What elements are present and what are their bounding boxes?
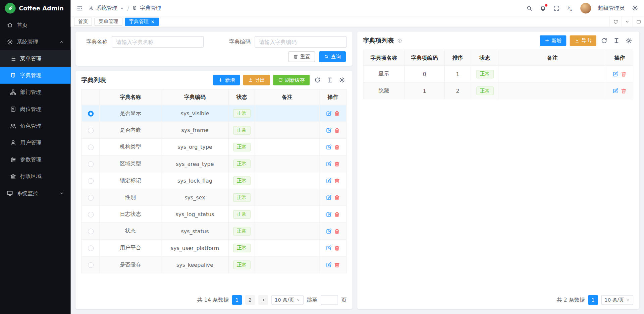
dict-name-cell: 日志状态 [100, 206, 161, 223]
row-radio[interactable] [88, 229, 93, 234]
notification-bell-icon[interactable] [540, 5, 546, 12]
sidebar-item-post[interactable]: 岗位管理 [0, 101, 71, 117]
row-radio[interactable] [88, 178, 93, 184]
reset-button[interactable]: 重置 [288, 51, 315, 62]
dict-item-row[interactable]: 显示01正常 [363, 65, 633, 82]
edit-icon[interactable] [325, 244, 333, 252]
page-1-button[interactable]: 1 [588, 295, 598, 305]
tab-menu-manage[interactable]: 菜单管理 [95, 17, 122, 25]
sidebar-item-region[interactable]: 行政区域 [0, 168, 71, 185]
breadcrumb-level1[interactable]: 系统管理 [96, 4, 118, 12]
delete-icon[interactable] [333, 160, 341, 168]
dict-code-input[interactable] [255, 36, 346, 48]
sidebar-item-user[interactable]: 用户管理 [0, 134, 71, 151]
delete-icon[interactable] [333, 227, 341, 235]
edit-icon[interactable] [611, 86, 620, 95]
delete-icon[interactable] [620, 86, 628, 95]
query-button[interactable]: 查询 [319, 51, 346, 62]
export-items-button[interactable]: 导出 [570, 35, 596, 46]
tab-dict-manage[interactable]: 字典管理 [125, 17, 159, 25]
refresh-tab-icon[interactable] [609, 16, 621, 27]
sidebar-item-system[interactable]: 系统管理 [0, 33, 71, 50]
delete-icon[interactable] [333, 143, 341, 151]
row-density-icon[interactable] [325, 75, 334, 84]
collapse-sidebar-button[interactable] [76, 5, 83, 12]
page-size-select[interactable]: 10 条/页 [601, 295, 633, 305]
edit-icon[interactable] [325, 210, 333, 218]
app-logo[interactable]: Coffee Admin [0, 0, 71, 16]
refresh-table-icon[interactable] [313, 75, 322, 84]
row-radio[interactable] [88, 111, 93, 116]
search-icon[interactable] [526, 5, 533, 12]
dict-row[interactable]: 是否显示sys_visible正常 [82, 105, 346, 122]
dict-row[interactable]: 性别sys_sex正常 [82, 189, 346, 206]
page-size-select[interactable]: 10 条/页 [271, 295, 304, 305]
delete-icon[interactable] [333, 193, 341, 201]
edit-icon[interactable] [325, 227, 333, 235]
dict-row[interactable]: 日志状态sys_log_status正常 [82, 206, 346, 223]
export-dict-button[interactable]: 导出 [243, 75, 270, 85]
sidebar-item-dict[interactable]: 字典管理 [0, 67, 71, 84]
refresh-cache-button[interactable]: 刷新缓存 [273, 75, 310, 85]
edit-icon[interactable] [325, 160, 333, 168]
refresh-table-icon[interactable] [600, 36, 609, 45]
add-item-button[interactable]: 新增 [540, 35, 567, 46]
row-radio[interactable] [88, 245, 93, 251]
sidebar-item-monitor[interactable]: 系统监控 [0, 185, 71, 201]
dict-row[interactable]: 用户平台sys_user_platform正常 [82, 239, 346, 256]
tab-home[interactable]: 首页 [74, 17, 92, 25]
page-2-button[interactable]: 2 [245, 295, 255, 305]
info-icon[interactable] [397, 38, 402, 43]
dict-row[interactable]: 机构类型sys_org_type正常 [82, 138, 346, 155]
sidebar-item-home[interactable]: 首页 [0, 16, 71, 33]
tabs-dropdown-icon[interactable] [621, 16, 632, 27]
row-radio[interactable] [88, 144, 93, 150]
col-item-code: 字典项编码 [405, 50, 445, 66]
dict-item-row[interactable]: 隐藏12正常 [363, 82, 633, 99]
row-radio[interactable] [88, 195, 93, 200]
column-settings-icon[interactable] [338, 75, 347, 84]
edit-icon[interactable] [325, 177, 333, 185]
translate-icon[interactable] [567, 5, 574, 12]
next-page-button[interactable] [258, 295, 268, 305]
column-settings-icon[interactable] [624, 36, 633, 45]
dict-row[interactable]: 状态sys_status正常 [82, 223, 346, 239]
jump-page-input[interactable] [321, 295, 338, 305]
delete-icon[interactable] [333, 177, 341, 185]
delete-icon[interactable] [333, 126, 341, 134]
edit-icon[interactable] [325, 193, 333, 201]
maximize-content-icon[interactable] [633, 16, 644, 27]
edit-icon[interactable] [611, 70, 620, 78]
dict-name-input[interactable] [112, 36, 204, 48]
dict-row[interactable]: 区域类型sys_area_type正常 [82, 155, 346, 172]
settings-gear-icon[interactable] [632, 5, 638, 12]
dict-row[interactable]: 是否缓存sys_keepalive正常 [82, 256, 346, 273]
avatar[interactable] [580, 3, 591, 14]
sidebar-item-menu[interactable]: 菜单管理 [0, 50, 71, 67]
monitor-icon [7, 190, 13, 196]
close-icon[interactable] [151, 19, 155, 23]
delete-icon[interactable] [333, 210, 341, 218]
edit-icon[interactable] [325, 109, 333, 117]
sidebar-item-param[interactable]: 参数管理 [0, 151, 71, 168]
fullscreen-icon[interactable] [553, 5, 560, 12]
edit-icon[interactable] [325, 126, 333, 134]
delete-icon[interactable] [333, 244, 341, 252]
row-density-icon[interactable] [612, 36, 621, 45]
add-dict-button[interactable]: 新增 [213, 75, 240, 85]
row-radio[interactable] [88, 262, 93, 268]
delete-icon[interactable] [333, 261, 341, 269]
edit-icon[interactable] [325, 261, 333, 269]
delete-icon[interactable] [333, 109, 341, 117]
dict-row[interactable]: 是否内嵌sys_frame正常 [82, 122, 346, 138]
delete-icon[interactable] [620, 70, 628, 78]
row-radio[interactable] [88, 128, 93, 133]
edit-icon[interactable] [325, 143, 333, 151]
row-radio[interactable] [88, 212, 93, 217]
dict-row[interactable]: 锁定标记sys_lock_flag正常 [82, 172, 346, 189]
sidebar-item-role[interactable]: 角色管理 [0, 117, 71, 134]
page-1-button[interactable]: 1 [232, 295, 242, 305]
sidebar-item-dept[interactable]: 部门管理 [0, 84, 71, 101]
row-radio[interactable] [88, 161, 93, 167]
username[interactable]: 超级管理员 [598, 4, 625, 12]
